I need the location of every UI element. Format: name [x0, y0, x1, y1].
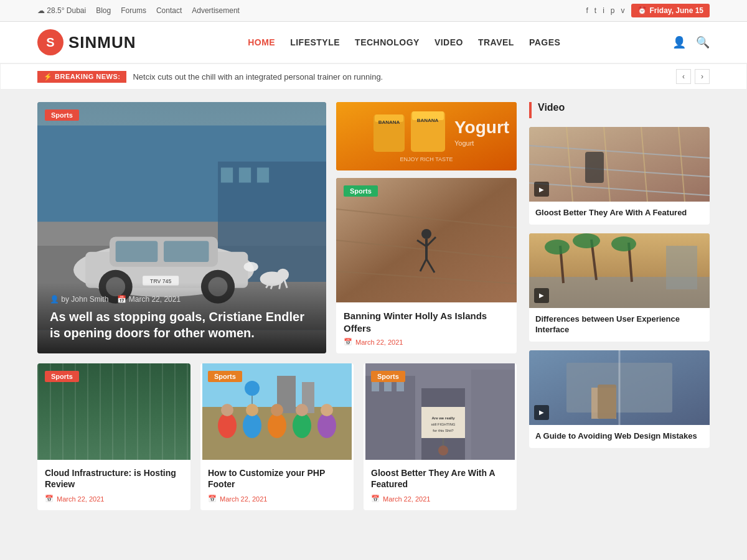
svg-point-69	[221, 404, 233, 416]
featured-badge-container: Sports	[45, 110, 79, 121]
svg-point-57	[135, 414, 143, 422]
svg-rect-83	[384, 382, 392, 391]
calendar-icon-c1: 📅	[45, 495, 54, 503]
rock-card-date: 📅 March 22, 2021	[344, 338, 509, 346]
contact-link[interactable]: Contact	[156, 6, 182, 15]
article-card-1[interactable]: Sports Cloud Infrastructure: is Hosting …	[37, 363, 190, 510]
svg-point-53	[72, 414, 82, 424]
article-card-1-body: Cloud Infrastructure: is Hosting Review …	[37, 460, 190, 510]
svg-rect-50	[45, 398, 108, 404]
article-card-1-title: Cloud Infrastructure: is Hosting Review	[45, 467, 183, 490]
svg-point-74	[293, 413, 311, 438]
svg-point-73	[271, 404, 283, 416]
article-card-1-image: Sports	[37, 363, 190, 460]
blog-link[interactable]: Blog	[96, 6, 111, 15]
svg-text:still FIGHTING: still FIGHTING	[431, 422, 456, 426]
calendar-meta-icon: 📅	[117, 295, 126, 304]
svg-rect-49	[45, 401, 182, 450]
svg-rect-4	[221, 167, 233, 182]
card2-badge-container: Sports	[208, 371, 242, 382]
article-card-2-date: 📅 March 22, 2021	[208, 495, 346, 503]
road-svg	[529, 350, 710, 425]
top-bar: ☁ 28.5° Dubai Blog Forums Contact Advert…	[0, 0, 747, 22]
vimeo-icon[interactable]: v	[621, 6, 625, 15]
svg-point-56	[121, 414, 131, 424]
nav-pages[interactable]: PAGES	[529, 37, 560, 47]
featured-main-article[interactable]: TRV 745 Sports 👤 by John Smith 📅 Ma	[37, 102, 326, 353]
svg-rect-84	[397, 382, 404, 391]
svg-rect-93	[529, 127, 710, 202]
rock-climbing-card[interactable]: Sports Banning Winter Holly As Islands O…	[336, 178, 517, 353]
beach-svg	[529, 233, 710, 308]
user-icon[interactable]: 👤	[672, 35, 686, 49]
twitter-icon[interactable]: t	[594, 6, 596, 15]
svg-point-87	[438, 446, 448, 455]
sidebar-video-card-1[interactable]: ▶ Gloost Better They Are With A Featured	[529, 127, 710, 225]
nav-home[interactable]: HOME	[248, 37, 275, 47]
svg-rect-101	[585, 152, 604, 183]
svg-rect-6	[257, 167, 269, 182]
top-bar-right: f t i p v ⏰ Friday, June 15	[586, 4, 710, 17]
sidebar-video-3-image: ▶	[529, 350, 710, 425]
svg-point-106	[545, 240, 570, 254]
sidebar-video-card-2[interactable]: ▶ Differences between User Experience In…	[529, 233, 710, 342]
breaking-next-button[interactable]: ›	[695, 69, 710, 84]
svg-text:Yogurt: Yogurt	[454, 118, 509, 137]
sidebar-video-2-body: Differences between User Experience Inte…	[529, 308, 710, 342]
article-card-3-image: Are we really still FIGHTING for this Sh…	[364, 363, 517, 460]
search-icon[interactable]: 🔍	[696, 35, 710, 49]
nav-icons: 👤 🔍	[672, 35, 710, 49]
play-icon-1: ▶	[534, 182, 549, 197]
sidebar-section-title: Video	[529, 102, 710, 118]
nav-travel[interactable]: TRAVEL	[478, 37, 514, 47]
instagram-icon[interactable]: i	[603, 6, 604, 15]
nav-video[interactable]: VIDEO	[435, 37, 463, 47]
rock-category-badge: Sports	[344, 185, 378, 197]
pinterest-icon[interactable]: p	[611, 6, 615, 15]
forums-link[interactable]: Forums	[121, 6, 146, 15]
yogurt-banner[interactable]: BANANA BANANA Yogurt Yogurt ENJOY RICH T…	[336, 102, 517, 170]
svg-point-76	[317, 413, 336, 438]
nav-technology[interactable]: TECHNOLOGY	[355, 37, 420, 47]
breaking-news-bar: ⚡ BREAKING NEWS: Netcix cuts out the chi…	[0, 63, 747, 90]
sidebar-video-1-image: ▶	[529, 127, 710, 202]
date-badge: ⏰ Friday, June 15	[631, 4, 710, 17]
svg-point-108	[573, 233, 600, 248]
weather-info: ☁ 28.5° Dubai	[37, 6, 86, 15]
svg-point-71	[246, 404, 258, 416]
svg-rect-82	[372, 382, 379, 391]
bottom-row: Sports Cloud Infrastructure: is Hosting …	[37, 363, 517, 510]
svg-point-41	[421, 229, 431, 239]
svg-point-110	[611, 236, 636, 251]
svg-point-77	[321, 404, 333, 416]
article-card-2[interactable]: Sports How to Customize your PHP Footer …	[200, 363, 354, 510]
svg-rect-60	[72, 401, 82, 416]
facebook-icon[interactable]: f	[586, 6, 588, 15]
svg-point-18	[277, 269, 289, 281]
article-card-1-date: 📅 March 22, 2021	[45, 495, 183, 503]
sidebar: Video	[529, 102, 710, 510]
advertisement-link[interactable]: Advertisement	[192, 6, 240, 15]
svg-text:BANANA: BANANA	[417, 118, 439, 123]
breaking-text: Netcix cuts out the chill with an integr…	[133, 72, 670, 82]
rock-svg	[336, 178, 517, 302]
svg-text:BANANA: BANANA	[378, 119, 400, 125]
date-label: 📅 March 22, 2021	[117, 295, 181, 304]
article-card-2-body: How to Customize your PHP Footer 📅 March…	[200, 460, 354, 510]
nav-lifestyle[interactable]: LIFESTYLE	[290, 37, 340, 47]
logo-text: SINMUN	[68, 33, 136, 52]
featured-category-badge: Sports	[45, 110, 79, 121]
logo[interactable]: S SINMUN	[37, 29, 136, 55]
calendar-icon-c3: 📅	[371, 495, 380, 503]
svg-text:for this Shit?: for this Shit?	[433, 429, 454, 432]
svg-rect-111	[666, 246, 697, 289]
article-card-3-date: 📅 March 22, 2021	[371, 495, 509, 503]
sidebar-video-card-3[interactable]: ▶ A Guide to Avoiding Web Design Mistake…	[529, 350, 710, 448]
article-card-2-title: How to Customize your PHP Footer	[208, 467, 346, 490]
breaking-prev-button[interactable]: ‹	[676, 69, 691, 84]
card1-badge-container: Sports	[45, 371, 79, 382]
article-card-3[interactable]: Are we really still FIGHTING for this Sh…	[364, 363, 517, 510]
author-label: 👤 by John Smith	[50, 295, 108, 304]
sidebar-video-1-body: Gloost Better They Are With A Featured	[529, 202, 710, 225]
aerial-svg	[529, 127, 710, 202]
